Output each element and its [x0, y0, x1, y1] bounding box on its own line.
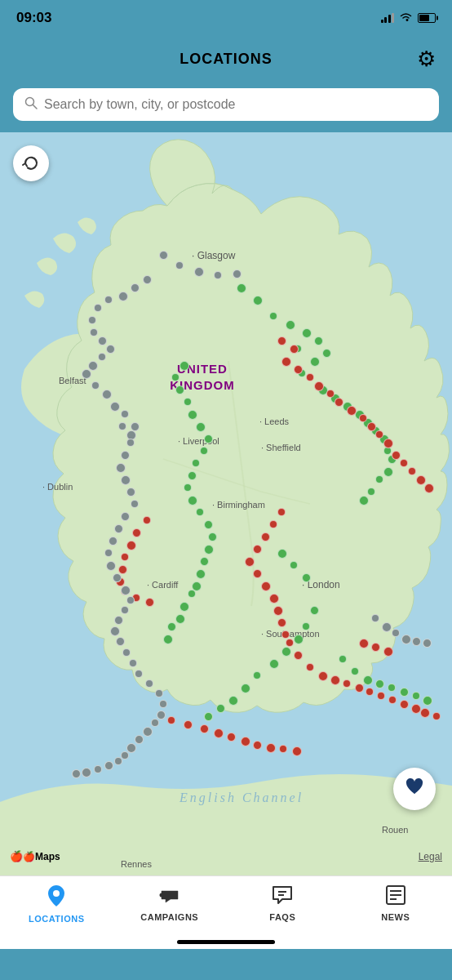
map-dot-red[interactable]: [281, 630, 290, 639]
map-dot-gray[interactable]: [116, 463, 126, 473]
map-dot-gray[interactable]: [121, 451, 130, 460]
map-dot-gray[interactable]: [104, 761, 113, 770]
map-dot-gray[interactable]: [98, 353, 106, 361]
map-dot-red[interactable]: [261, 532, 270, 541]
map-dot-red[interactable]: [290, 345, 299, 354]
map-dot-gray[interactable]: [129, 659, 137, 667]
map-dot-green[interactable]: [310, 606, 319, 615]
map-dot-green[interactable]: [367, 488, 375, 496]
map-dot-gray[interactable]: [72, 769, 81, 778]
map-dot-green[interactable]: [196, 569, 206, 579]
map-dot-green[interactable]: [241, 684, 250, 693]
map-dot-green[interactable]: [216, 704, 225, 713]
map-dot-gray[interactable]: [175, 261, 184, 270]
map-dot-gray[interactable]: [90, 328, 98, 336]
favorite-button[interactable]: [393, 768, 436, 810]
map-dot-red[interactable]: [366, 688, 374, 696]
map-dot-green[interactable]: [188, 496, 197, 506]
map-dot-red[interactable]: [292, 746, 302, 756]
map-dot-green[interactable]: [423, 696, 432, 706]
map-dot-red[interactable]: [277, 508, 286, 516]
map-dot-green[interactable]: [375, 679, 384, 688]
tab-campaigns[interactable]: CAMPAIGNS: [113, 884, 227, 922]
map-dot-green[interactable]: [184, 483, 192, 492]
map-dot-gray[interactable]: [121, 751, 129, 760]
map-dot-green[interactable]: [253, 296, 263, 305]
map-dot-gray[interactable]: [118, 422, 126, 430]
map-dot-gray[interactable]: [88, 361, 98, 371]
map-dot-green[interactable]: [310, 357, 320, 367]
map-dot-green[interactable]: [339, 655, 347, 663]
map-dot-green[interactable]: [253, 671, 261, 679]
map-dot-gray[interactable]: [155, 689, 163, 697]
map-dot-red[interactable]: [277, 336, 286, 345]
map-dot-gray[interactable]: [233, 270, 242, 278]
map-dot-red[interactable]: [408, 467, 416, 475]
map-dot-gray[interactable]: [110, 402, 120, 412]
map-dot-green[interactable]: [200, 557, 209, 566]
map-dot-gray[interactable]: [98, 336, 107, 345]
map-dot-gray[interactable]: [82, 768, 91, 777]
map-dot-gray[interactable]: [118, 292, 128, 301]
map-dot-green[interactable]: [351, 667, 359, 675]
map-dot-green[interactable]: [204, 520, 213, 529]
map-dot-gray[interactable]: [423, 639, 432, 648]
map-dot-gray[interactable]: [214, 271, 222, 279]
map-dot-red[interactable]: [359, 414, 367, 422]
map-dot-gray[interactable]: [159, 251, 168, 260]
map-dot-red[interactable]: [184, 720, 193, 729]
map-dot-gray[interactable]: [151, 719, 159, 727]
map-dot-red[interactable]: [118, 565, 127, 574]
map-dot-green[interactable]: [228, 696, 238, 706]
search-bar[interactable]: [13, 88, 439, 121]
map-dot-gray[interactable]: [121, 410, 129, 418]
map-dot-red[interactable]: [269, 594, 279, 604]
map-dot-green[interactable]: [179, 361, 189, 371]
map-dot-gray[interactable]: [143, 275, 152, 284]
map-dot-red[interactable]: [245, 557, 255, 567]
map-dot-green[interactable]: [196, 422, 206, 432]
map-dot-green[interactable]: [200, 447, 208, 455]
map-dot-gray[interactable]: [114, 524, 123, 533]
map-dot-gray[interactable]: [131, 500, 139, 508]
map-dot-gray[interactable]: [114, 616, 123, 625]
map-dot-green[interactable]: [196, 508, 204, 516]
legal-link[interactable]: Legal: [419, 851, 442, 862]
map-dot-red[interactable]: [383, 439, 393, 448]
tab-faqs[interactable]: FAQS: [226, 884, 339, 922]
map-dot-gray[interactable]: [122, 648, 131, 657]
map-dot-red[interactable]: [306, 663, 314, 671]
map-dot-red[interactable]: [326, 390, 335, 398]
map-dot-gray[interactable]: [157, 710, 166, 719]
tab-news[interactable]: NEWS: [339, 884, 453, 922]
map-dot-red[interactable]: [286, 639, 294, 647]
tab-locations[interactable]: LOCATIONS: [0, 884, 113, 924]
map-dot-red[interactable]: [167, 716, 175, 724]
map-dot-gray[interactable]: [110, 626, 120, 636]
map-dot-green[interactable]: [163, 635, 173, 644]
map-dot-gray[interactable]: [121, 512, 130, 521]
map-dot-green[interactable]: [290, 561, 298, 569]
map-dot-red[interactable]: [388, 696, 397, 704]
map-dot-green[interactable]: [375, 475, 383, 483]
search-input[interactable]: [44, 97, 428, 112]
map-dot-gray[interactable]: [382, 622, 392, 632]
map-dot-gray[interactable]: [106, 561, 116, 571]
map-dot-gray[interactable]: [145, 679, 153, 688]
map-dot-green[interactable]: [188, 590, 196, 598]
map-dot-red[interactable]: [400, 459, 408, 467]
map-dot-green[interactable]: [359, 496, 369, 506]
map-dot-gray[interactable]: [126, 596, 135, 604]
map-dot-green[interactable]: [175, 385, 184, 394]
map-dot-green[interactable]: [322, 349, 331, 358]
map-dot-gray[interactable]: [131, 283, 140, 292]
map-dot-gray[interactable]: [104, 549, 113, 557]
map-dot-red[interactable]: [145, 598, 154, 607]
map-dot-red[interactable]: [200, 724, 209, 733]
map-dot-red[interactable]: [306, 373, 314, 381]
map-dot-red[interactable]: [383, 647, 393, 657]
map-dot-green[interactable]: [314, 336, 323, 345]
map-dot-gray[interactable]: [126, 439, 135, 447]
map-dot-red[interactable]: [273, 606, 283, 616]
map-dot-red[interactable]: [424, 483, 434, 493]
